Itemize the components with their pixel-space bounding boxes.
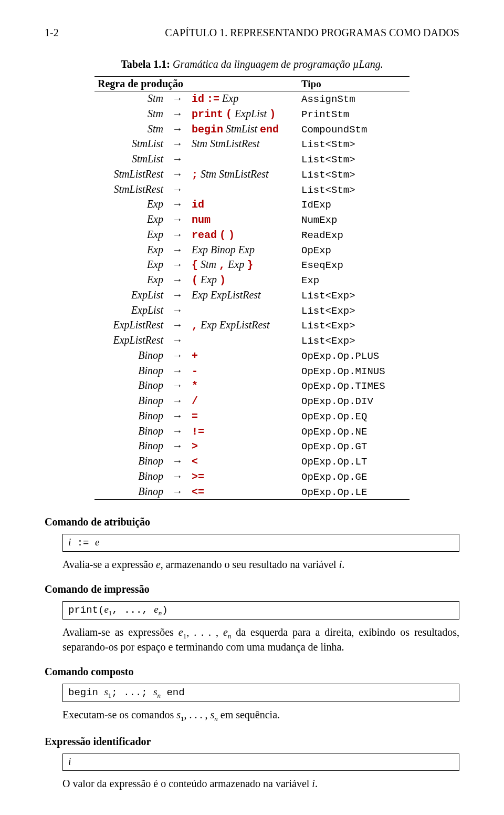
grammar-lhs: Stm bbox=[94, 122, 166, 137]
arrow-icon: → bbox=[166, 228, 188, 243]
grammar-lhs: Binop bbox=[94, 439, 166, 454]
grammar-rhs: <= bbox=[188, 484, 298, 500]
grammar-rhs: = bbox=[188, 409, 298, 424]
grammar-type: Exp bbox=[298, 273, 410, 288]
grammar-row: StmList→Stm StmListRestList<Stm> bbox=[94, 137, 410, 152]
running-head: 1-2 CAPÍTULO 1. REPRESENTANDO PROGRAMAS … bbox=[45, 26, 459, 39]
grammar-lhs: Binop bbox=[94, 484, 166, 500]
rule-bottom bbox=[94, 499, 410, 500]
grammar-row: Binop→=OpExp.Op.EQ bbox=[94, 409, 410, 424]
grammar-lhs: StmList bbox=[94, 137, 166, 152]
grammar-lhs: StmListRest bbox=[94, 182, 166, 198]
grammar-rhs bbox=[188, 333, 298, 348]
grammar-row: Exp→Exp Binop ExpOpExp bbox=[94, 243, 410, 258]
grammar-row: ExpListRest→List<Exp> bbox=[94, 333, 410, 348]
arrow-icon: → bbox=[166, 364, 188, 379]
section-print-title: Comando de impressão bbox=[45, 583, 459, 596]
grammar-row: Exp→{ Stm , Exp }EseqExp bbox=[94, 257, 410, 273]
idexp-body: O valor da expressão é o conteúdo armaze… bbox=[62, 777, 459, 790]
grammar-lhs: Binop bbox=[94, 364, 166, 379]
grammar-type: OpExp.Op.LE bbox=[298, 484, 410, 500]
grammar-type: OpExp bbox=[298, 243, 410, 258]
grammar-rhs: id bbox=[188, 197, 298, 212]
section-assign-title: Comando de atribuição bbox=[45, 515, 459, 529]
grammar-rhs: Exp ExpListRest bbox=[188, 288, 298, 303]
arrow-icon: → bbox=[166, 454, 188, 469]
grammar-type: ReadExp bbox=[298, 228, 410, 243]
grammar-type: IdExp bbox=[298, 197, 410, 212]
grammar-rhs: - bbox=[188, 364, 298, 379]
arrow-icon: → bbox=[166, 137, 188, 152]
grammar-lhs: Stm bbox=[94, 107, 166, 122]
arrow-icon: → bbox=[166, 318, 188, 333]
grammar-type: CompoundStm bbox=[298, 122, 410, 137]
arrow-icon: → bbox=[166, 409, 188, 424]
arrow-icon: → bbox=[166, 273, 188, 288]
grammar-row: StmListRest→; Stm StmListRestList<Stm> bbox=[94, 167, 410, 182]
grammar-lhs: StmList bbox=[94, 152, 166, 167]
grammar-row: Binop→-OpExp.Op.MINUS bbox=[94, 364, 410, 379]
grammar-type: OpExp.Op.TIMES bbox=[298, 378, 410, 394]
grammar-type: AssignStm bbox=[298, 91, 410, 107]
grammar-rhs: < bbox=[188, 454, 298, 469]
compound-body: Executam-se os comandos s1, . . . , sn e… bbox=[62, 708, 459, 723]
arrow-icon: → bbox=[166, 303, 188, 318]
grammar-lhs: ExpList bbox=[94, 303, 166, 318]
grammar-lhs: ExpListRest bbox=[94, 318, 166, 333]
grammar-row: Stm→print ( ExpList )PrintStm bbox=[94, 107, 410, 122]
grammar-type: OpExp.Op.MINUS bbox=[298, 364, 410, 379]
grammar-row: Binop→<OpExp.Op.LT bbox=[94, 454, 410, 469]
page-number: 1-2 bbox=[45, 26, 59, 39]
arrow-icon: → bbox=[166, 122, 188, 137]
grammar-type: OpExp.Op.GT bbox=[298, 439, 410, 454]
header-lhs: Regra de produção bbox=[94, 77, 298, 91]
arrow-icon: → bbox=[166, 424, 188, 439]
arrow-icon: → bbox=[166, 333, 188, 348]
grammar-lhs: Binop bbox=[94, 394, 166, 409]
grammar-lhs: Exp bbox=[94, 257, 166, 273]
grammar-rhs: Exp Binop Exp bbox=[188, 243, 298, 258]
grammar-row: Binop→*OpExp.Op.TIMES bbox=[94, 378, 410, 394]
section-compound-title: Comando composto bbox=[45, 665, 459, 678]
chapter-title: CAPÍTULO 1. REPRESENTANDO PROGRAMAS COMO… bbox=[165, 26, 459, 39]
grammar-row: StmListRest→List<Stm> bbox=[94, 182, 410, 198]
arrow-icon: → bbox=[166, 469, 188, 484]
grammar-rhs: ( Exp ) bbox=[188, 273, 298, 288]
grammar-lhs: Exp bbox=[94, 273, 166, 288]
grammar-rhs: / bbox=[188, 394, 298, 409]
grammar-row: StmList→List<Stm> bbox=[94, 152, 410, 167]
grammar-type: List<Exp> bbox=[298, 288, 410, 303]
grammar-lhs: Binop bbox=[94, 469, 166, 484]
grammar-rhs: read ( ) bbox=[188, 228, 298, 243]
section-idexp-title: Expressão identificador bbox=[45, 735, 459, 748]
arrow-icon: → bbox=[166, 439, 188, 454]
grammar-rhs: + bbox=[188, 348, 298, 364]
grammar-type: List<Stm> bbox=[298, 152, 410, 167]
grammar-type: OpExp.Op.DIV bbox=[298, 394, 410, 409]
compound-code-box: begin s1; ...; sn end bbox=[62, 684, 459, 702]
grammar-type: List<Stm> bbox=[298, 167, 410, 182]
grammar-type: OpExp.Op.NE bbox=[298, 424, 410, 439]
grammar-type: List<Exp> bbox=[298, 318, 410, 333]
grammar-lhs: StmListRest bbox=[94, 167, 166, 182]
grammar-lhs: ExpList bbox=[94, 288, 166, 303]
grammar-row: ExpList→Exp ExpListRestList<Exp> bbox=[94, 288, 410, 303]
grammar-type: List<Exp> bbox=[298, 303, 410, 318]
grammar-lhs: Binop bbox=[94, 454, 166, 469]
arrow-icon: → bbox=[166, 288, 188, 303]
grammar-type: OpExp.Op.PLUS bbox=[298, 348, 410, 364]
grammar-rhs: Stm StmListRest bbox=[188, 137, 298, 152]
grammar-rhs: > bbox=[188, 439, 298, 454]
print-body: Avaliam-se as expressões e1, . . . , en … bbox=[62, 626, 459, 654]
grammar-lhs: Binop bbox=[94, 409, 166, 424]
grammar-type: List<Exp> bbox=[298, 333, 410, 348]
grammar-type: EseqExp bbox=[298, 257, 410, 273]
grammar-type: OpExp.Op.LT bbox=[298, 454, 410, 469]
grammar-row: Binop→<=OpExp.Op.LE bbox=[94, 484, 410, 500]
grammar-type: OpExp.Op.GE bbox=[298, 469, 410, 484]
grammar-row: Exp→read ( )ReadExp bbox=[94, 228, 410, 243]
grammar-rhs bbox=[188, 182, 298, 198]
page: 1-2 CAPÍTULO 1. REPRESENTANDO PROGRAMAS … bbox=[0, 0, 504, 815]
arrow-icon: → bbox=[166, 378, 188, 394]
idexp-code-box: i bbox=[62, 754, 459, 771]
